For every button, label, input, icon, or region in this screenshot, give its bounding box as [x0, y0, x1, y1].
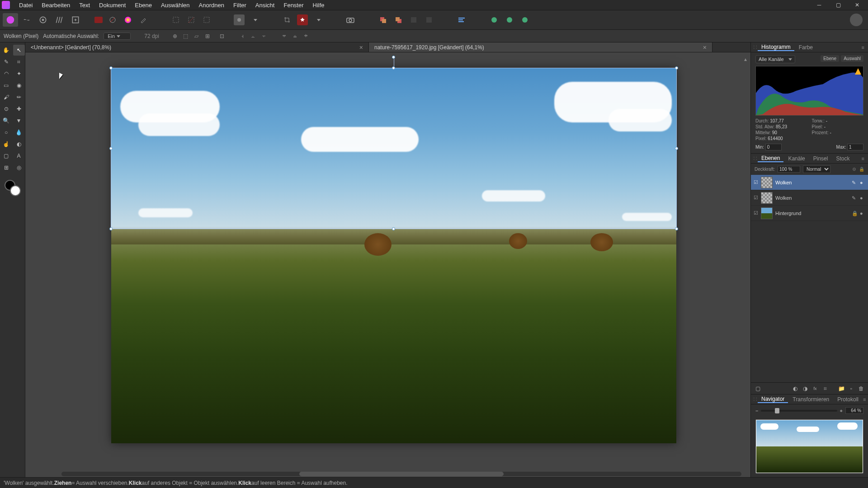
quickmask-icon[interactable]: [234, 14, 245, 25]
tool-smudge[interactable]: ☝: [0, 139, 12, 150]
tool-flood[interactable]: ◉: [13, 80, 25, 91]
persona-export[interactable]: [68, 13, 83, 27]
tab-farbe[interactable]: Farbe: [795, 44, 816, 51]
transform-skew-icon[interactable]: ▱: [192, 32, 201, 41]
rotation-handle[interactable]: [392, 56, 395, 59]
layer-visibility-icon[interactable]: ☑: [754, 210, 758, 216]
zoom-slider[interactable]: [761, 410, 837, 412]
tool-zoom[interactable]: 🔍: [0, 115, 12, 126]
document-tab-1[interactable]: nature-7595617_1920.jpg [Geändert] (64,1…: [369, 42, 712, 52]
tool-pen[interactable]: ✎: [0, 56, 12, 67]
tool-move[interactable]: ↖: [13, 45, 25, 56]
close-icon[interactable]: ×: [703, 44, 707, 51]
auto-select-dropdown[interactable]: Ein: [104, 33, 131, 40]
align-top-icon[interactable]: ⫧: [280, 32, 289, 41]
layer-delete-icon[interactable]: 🗑: [857, 385, 865, 393]
zoom-out-button[interactable]: −: [755, 408, 758, 413]
tab-kanaele[interactable]: Kanäle: [784, 155, 808, 162]
scrollbar-thumb[interactable]: [299, 472, 503, 476]
tool-crop[interactable]: ⌗: [13, 56, 25, 67]
tool-marquee[interactable]: ▭: [0, 80, 12, 91]
layer-gear-icon[interactable]: ⚙: [852, 167, 856, 172]
selection-hide-icon[interactable]: [186, 14, 197, 25]
layer-lock-icon[interactable]: 🔒: [859, 167, 864, 172]
layer-fx-icon[interactable]: fx: [811, 385, 819, 393]
window-maximize[interactable]: ▢: [829, 0, 847, 10]
swatch-none[interactable]: [107, 14, 118, 25]
panel-menu-icon[interactable]: ≡: [862, 45, 865, 50]
tool-dodge[interactable]: ○: [0, 127, 12, 138]
align-center-icon[interactable]: ⫠: [249, 32, 258, 41]
zoom-slider-thumb[interactable]: [775, 408, 779, 413]
tool-lasso[interactable]: ◠: [0, 68, 12, 79]
zoom-value[interactable]: 64 %: [845, 407, 863, 414]
canvas[interactable]: [111, 68, 676, 443]
arrange-back-icon[interactable]: [377, 14, 388, 25]
tool-heal[interactable]: ✚: [13, 103, 25, 114]
transform-origin-icon[interactable]: ⊕: [170, 32, 179, 41]
align-right-icon[interactable]: ⫟: [259, 32, 269, 41]
align-bottom-icon[interactable]: ⫩: [302, 32, 311, 41]
account-avatar[interactable]: [850, 14, 863, 26]
tab-transformieren[interactable]: Transformieren: [789, 396, 833, 403]
histo-layer-button[interactable]: Ebene: [821, 55, 839, 62]
layer-visibility-icon[interactable]: ☑: [754, 179, 758, 185]
menu-ebene[interactable]: Ebene: [130, 2, 156, 9]
tool-sponge[interactable]: ◐: [13, 139, 25, 150]
persona-tone[interactable]: [52, 13, 67, 27]
histogram-channel-select[interactable]: Alle Kanäle: [755, 55, 795, 63]
close-icon[interactable]: ×: [359, 44, 363, 51]
layer-row[interactable]: ☑ Wolken ✎●: [751, 175, 868, 190]
align-middle-icon[interactable]: ⫨: [291, 32, 300, 41]
swatch-fill[interactable]: [94, 17, 103, 23]
menu-datei[interactable]: Datei: [14, 2, 37, 9]
layer-vis-dot[interactable]: ●: [860, 211, 865, 216]
document-tab-0[interactable]: <Unbenannt> [Geändert] (70,8%) ×: [25, 42, 369, 52]
layer-vis-dot[interactable]: ●: [860, 195, 865, 201]
menu-hilfe[interactable]: Hilfe: [308, 2, 329, 9]
transform-lock-icon[interactable]: ⬚: [181, 32, 190, 41]
tab-navigator[interactable]: Navigator: [758, 396, 788, 403]
tool-hand[interactable]: ✋: [0, 45, 12, 56]
selection-expand-icon[interactable]: [201, 14, 212, 25]
align-left-icon[interactable]: ⫞: [238, 32, 247, 41]
persona-photo[interactable]: [3, 13, 18, 27]
layer-vis-dot[interactable]: ●: [860, 180, 865, 185]
sync-2-icon[interactable]: [504, 14, 515, 25]
window-close[interactable]: ✕: [848, 0, 866, 10]
horizontal-scrollbar[interactable]: [61, 472, 741, 476]
tool-gradient[interactable]: ▼: [13, 115, 25, 126]
layer-row[interactable]: ☑ Wolken ✎●: [751, 190, 868, 206]
persona-develop[interactable]: [35, 13, 51, 27]
layer-visibility-icon[interactable]: ☑: [754, 195, 758, 201]
arrange-front-icon[interactable]: [393, 14, 404, 25]
menu-fenster[interactable]: Fenster: [279, 2, 308, 9]
layer-thumbnail[interactable]: [761, 207, 773, 219]
menu-filter[interactable]: Filter: [229, 2, 251, 9]
tab-stock[interactable]: Stock: [832, 155, 853, 162]
layer-add-mask-icon[interactable]: ◐: [791, 385, 799, 393]
quickmask-dropdown[interactable]: [249, 14, 260, 25]
tool-brush[interactable]: 🖌: [0, 92, 12, 103]
blend-mode-select[interactable]: Normal: [803, 165, 830, 173]
swatch-color-wheel[interactable]: [123, 14, 133, 25]
layer-row[interactable]: ☑ Hintergrund 🔒●: [751, 206, 868, 221]
menu-text[interactable]: Text: [75, 2, 94, 9]
tool-blur[interactable]: 💧: [13, 127, 25, 138]
histo-max-input[interactable]: [847, 144, 863, 150]
tool-clone[interactable]: ⊙: [0, 103, 12, 114]
layer-edit-icon[interactable]: ✎: [852, 180, 857, 185]
layer-mask-icon[interactable]: ▢: [754, 385, 762, 393]
panel-menu-icon[interactable]: ≡: [862, 156, 865, 161]
menu-dokument[interactable]: Dokument: [94, 2, 130, 9]
tool-mesh[interactable]: ⊞: [0, 162, 12, 173]
align-icon[interactable]: [456, 14, 467, 25]
layer-lock-icon[interactable]: 🔒: [852, 211, 857, 216]
auto-enhance-icon[interactable]: [297, 14, 308, 25]
menu-anordnen[interactable]: Anordnen: [194, 2, 229, 9]
transform-reset-icon[interactable]: ⊡: [217, 32, 226, 41]
swatch-picker[interactable]: [138, 14, 149, 25]
panel-menu-icon[interactable]: ≡: [863, 397, 867, 402]
selection-show-icon[interactable]: [170, 14, 181, 25]
histo-min-input[interactable]: [765, 144, 782, 150]
